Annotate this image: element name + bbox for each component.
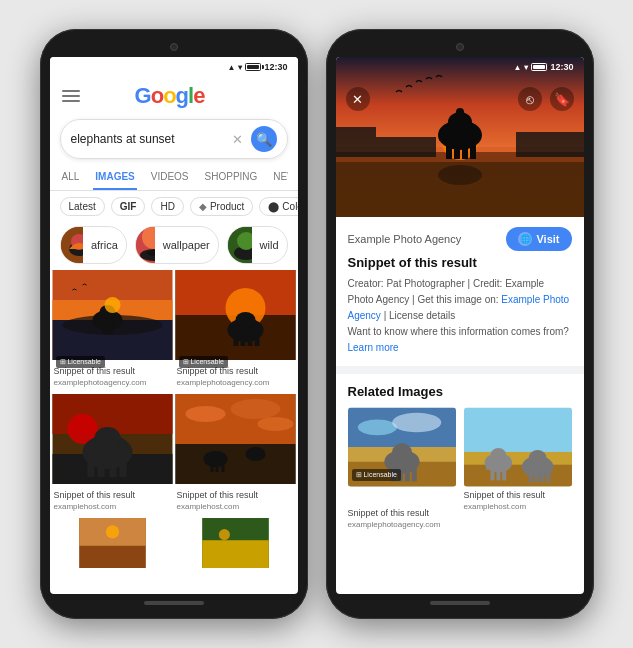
filter-gif[interactable]: GIF	[111, 197, 146, 216]
google-logo: G o o g l e	[135, 83, 205, 109]
svg-rect-25	[233, 332, 238, 346]
chip-wallpaper[interactable]: wallpaper	[135, 226, 219, 264]
caption-3: Snippet of this result examplehost.com	[52, 488, 173, 516]
search-button[interactable]: 🔍	[251, 126, 277, 152]
signal-icon: ▲	[228, 63, 236, 72]
svg-point-34	[94, 427, 120, 449]
chip-africa[interactable]: africa	[60, 226, 127, 264]
chip-africa-img	[61, 227, 83, 263]
svg-rect-28	[254, 332, 259, 346]
grid-item-4[interactable]: Snippet of this result examplehost.com	[175, 394, 296, 516]
svg-point-76	[392, 413, 441, 433]
google-header: G o o g l e	[50, 75, 298, 113]
battery-icon-r	[531, 63, 547, 71]
related-caption-2: Snippet of this result examplehost.com	[464, 490, 572, 512]
tab-images[interactable]: IMAGES	[93, 165, 136, 190]
meta-license: | License details	[384, 310, 456, 321]
chip-wild-label: wild	[252, 239, 287, 251]
licensable-badge-1: ⊞ Licensable	[56, 356, 105, 368]
status-icons-right: ▲ ▾ 12:30	[514, 62, 574, 72]
battery-icon	[245, 63, 261, 71]
clear-search-button[interactable]: ✕	[232, 132, 243, 147]
camera-right	[456, 43, 464, 51]
svg-point-44	[257, 417, 293, 431]
bookmark-button[interactable]: 🔖	[550, 87, 574, 111]
chip-wild[interactable]: wild	[227, 226, 288, 264]
agency-name: Example Photo Agency	[348, 233, 462, 245]
tab-shopping[interactable]: SHOPPING	[203, 165, 260, 190]
filter-product[interactable]: ◆ Product	[190, 197, 253, 216]
search-bar[interactable]: elephants at sunset ✕ 🔍	[60, 119, 288, 159]
caption-6	[175, 572, 296, 578]
related-item-2[interactable]: Snippet of this result examplehost.com	[464, 407, 572, 530]
hero-action-icons: ⎋ 🔖	[518, 87, 574, 111]
caption-5	[52, 572, 173, 578]
svg-point-75	[357, 420, 396, 436]
svg-point-71	[438, 165, 482, 185]
svg-rect-61	[376, 137, 436, 157]
svg-point-18	[104, 297, 120, 313]
grid-item-5[interactable]	[52, 518, 173, 578]
caption-4: Snippet of this result examplehost.com	[175, 488, 296, 516]
tab-news[interactable]: NEW…	[271, 165, 287, 190]
hamburger-button[interactable]	[62, 90, 80, 102]
svg-rect-35	[87, 459, 94, 477]
filter-color[interactable]: ⬤ Color	[259, 197, 297, 216]
svg-rect-88	[490, 467, 494, 481]
svg-rect-41	[175, 444, 295, 484]
grid-item-6[interactable]	[175, 518, 296, 578]
grid-item-1[interactable]: ⊞ Licensable Snippet of this result exam…	[52, 270, 173, 392]
status-icons-left: ▲ ▾ 12:30	[228, 62, 288, 72]
visit-label: Visit	[536, 233, 559, 245]
svg-rect-81	[404, 467, 409, 482]
snippet-meta: Creator: Pat Photographer | Credit: Exam…	[348, 276, 572, 356]
time-right: 12:30	[550, 62, 573, 72]
filter-row: Latest GIF HD ◆ Product ⬤ Color	[50, 191, 298, 222]
chip-wallpaper-label: wallpaper	[155, 239, 218, 251]
caption-1: Snippet of this result examplephotoagenc…	[52, 364, 173, 392]
color-icon: ⬤	[268, 201, 279, 212]
svg-point-55	[218, 529, 229, 540]
section-divider	[336, 366, 584, 374]
svg-rect-37	[109, 459, 116, 477]
visit-button[interactable]: 🌐 Visit	[506, 227, 571, 251]
wifi-icon-r: ▾	[524, 63, 528, 72]
caption-2: Snippet of this result examplephotoagenc…	[175, 364, 296, 392]
svg-rect-16	[108, 322, 112, 334]
related-caption-1: Snippet of this result examplephotoagenc…	[348, 508, 456, 530]
svg-rect-49	[221, 462, 224, 472]
tab-all[interactable]: ALL	[60, 165, 82, 190]
svg-rect-62	[516, 132, 584, 157]
filter-hd[interactable]: HD	[151, 197, 183, 216]
svg-point-46	[245, 447, 265, 461]
meta-get: Get this image on:	[417, 294, 501, 305]
globe-icon: 🌐	[518, 232, 532, 246]
svg-rect-90	[502, 467, 506, 481]
snippet-title: Snippet of this result	[348, 255, 572, 270]
nav-tabs: ALL IMAGES VIDEOS SHOPPING NEW…	[50, 165, 298, 191]
share-button[interactable]: ⎋	[518, 87, 542, 111]
time-left: 12:30	[264, 62, 287, 72]
svg-rect-26	[240, 332, 245, 346]
svg-rect-94	[534, 471, 538, 483]
grid-item-2[interactable]: ⊞ Licensable Snippet of this result exam…	[175, 270, 296, 392]
status-bar-right: ▲ ▾ 12:30	[336, 57, 584, 75]
related-title: Related Images	[348, 384, 572, 399]
svg-rect-38	[119, 459, 126, 477]
svg-rect-89	[496, 467, 500, 481]
svg-rect-66	[454, 139, 460, 159]
svg-rect-47	[210, 462, 213, 472]
filter-latest[interactable]: Latest	[60, 197, 105, 216]
suggestion-row: africa wallpaper	[50, 222, 298, 270]
close-hero-button[interactable]: ✕	[346, 87, 370, 111]
tab-videos[interactable]: VIDEOS	[149, 165, 191, 190]
search-icon: 🔍	[256, 132, 272, 147]
search-query: elephants at sunset	[71, 132, 232, 146]
related-item-1[interactable]: ⊞ Licensable Snippet of this result exam…	[348, 407, 456, 530]
svg-rect-96	[546, 471, 550, 483]
svg-rect-68	[470, 139, 476, 159]
meta-link-more[interactable]: Learn more	[348, 342, 399, 353]
grid-item-3[interactable]: Snippet of this result examplehost.com	[52, 394, 173, 516]
diamond-icon: ◆	[199, 201, 207, 212]
svg-point-24	[235, 312, 255, 328]
